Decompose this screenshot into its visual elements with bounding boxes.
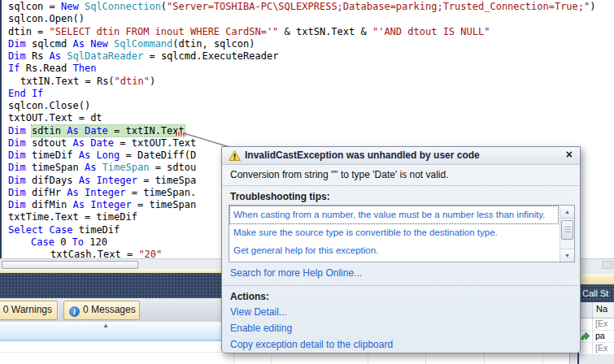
messages-toggle-button[interactable]: i0 Messages [63,301,140,320]
code-token: Rs [32,50,50,62]
call-stack-row[interactable]: pa [579,331,614,343]
code-token: txtTime.Text = timeDif [8,211,137,223]
code-line[interactable]: Dim sdtin As Date = txtIN.Text [0,125,614,137]
info-icon: i [69,306,80,317]
code-token: txtCash.Text = [50,249,138,258]
action-link[interactable]: Enable editing [230,320,393,336]
code-token: txtOUT.Text = dt [8,112,102,124]
code-line[interactable]: Dim Rs As SqlDataReader = sqlcmd.Execute… [0,50,614,63]
code-line[interactable]: If Rs.Read Then [0,63,614,75]
code-token: End If [8,88,43,99]
code-token: Dim [8,199,32,210]
actions-label: Actions: [230,291,269,302]
messages-button-label: 0 Messages [83,304,136,315]
search-help-online-link[interactable]: Search for more Help Online... [230,267,362,279]
frame-name: [Ex [593,343,607,354]
code-token: "Server=TOSHIBA-PC\SQLEXPRESS;Database=p… [167,1,590,12]
warnings-toggle-button[interactable]: 0 Warnings [0,301,58,320]
tips-scrollbar[interactable]: ▲ ▼ [560,206,574,262]
code-token: As Integer [67,187,125,198]
call-stack-titlebar[interactable]: Call St [579,284,614,302]
code-token: As Integer [72,199,131,210]
code-token: (dtin, sqlcon) [172,38,255,50]
code-line[interactable]: Dim sqlcmd As New SqlCommand(dtin, sqlco… [0,38,614,50]
call-stack-row[interactable]: [Ex [579,343,614,355]
code-token: TimeSpan [102,162,150,173]
code-token: As Date [67,125,108,136]
actions-list: View Detail...Enable editingCopy excepti… [230,304,393,353]
current-frame-arrow-icon [580,332,590,340]
code-token: As [50,50,67,62]
current-statement-highlight: sdtin As Date = txtIN.Text [32,125,185,136]
ide-window: sqlcon = New SqlConnection("Server=TOSHI… [0,0,614,364]
code-token: SqlDataReader [67,50,143,62]
code-token: Dim [8,150,32,161]
code-token: Dim [8,125,32,136]
code-token: Dim [8,38,32,50]
call-stack-row[interactable]: [Ex [579,318,614,331]
troubleshooting-tips-label: Troubleshooting tips: [230,191,330,202]
code-token: ( [161,1,167,12]
code-line[interactable]: sqlcon.Open() [0,13,614,25]
call-stack-title: Call St [582,288,608,298]
code-token: = sdtou [149,162,196,173]
code-token: Case [31,236,60,248]
dialog-title: InvalidCastException was unhandled by us… [245,150,480,161]
code-token: ) [150,76,155,87]
code-token: If [8,63,26,74]
code-token: sqlcon = [8,1,61,12]
code-token: As [85,162,102,173]
code-token: SqlCommand [114,38,172,50]
scroll-down-icon[interactable]: ▼ [560,249,574,262]
code-token: Then [72,63,96,74]
frame-name: pa [593,331,605,342]
toolbar-separator [57,301,58,318]
code-token: As Date [72,137,114,149]
code-line[interactable]: txtIN.Text = Rs("dtin") [0,76,614,88]
code-token: "dtin" [115,76,150,87]
code-token: sdtin [32,125,67,136]
hscrollbar-right-button[interactable] [602,261,613,269]
grid-column-line [484,353,485,364]
call-stack-name-column-label: Na [596,304,607,314]
tip-link[interactable]: Make sure the source type is convertible… [230,224,558,241]
code-token: & txtSN.Text & [278,26,372,37]
exception-assistant-dialog: InvalidCastException was unhandled by us… [221,146,581,353]
code-line[interactable]: txtOUT.Text = dt [0,112,614,124]
action-link[interactable]: Copy exception detail to the clipboard [230,336,393,353]
code-token: "'AND dtout IS NULL" [372,26,490,37]
code-token: Dim [8,187,32,198]
code-token: New [61,1,85,12]
code-token: dtin = [8,26,50,37]
code-line[interactable]: sqlcon.Close() [0,100,614,112]
call-stack-rows: [Expa[Ex [579,318,614,355]
close-icon[interactable]: × [566,148,573,161]
code-token: sdtout [32,137,73,149]
grid-column-line [542,353,543,364]
editor-left-border [0,0,2,269]
thumb-grip-icon [564,227,571,232]
code-token: Dim [8,137,32,149]
scroll-up-icon[interactable]: ▲ [560,206,574,219]
dialog-titlebar: InvalidCastException was unhandled by us… [222,147,580,165]
code-line[interactable]: dtin = "SELECT dtin FROM inout WHERE Car… [0,26,614,38]
call-stack-column-header[interactable]: Na [579,302,614,318]
action-link[interactable]: View Detail... [230,304,393,320]
frame-icon-cell [579,318,593,330]
code-token: To [72,236,90,248]
tip-link[interactable]: Get general help for this exception. [230,242,558,259]
code-token: Select Case [8,224,79,236]
code-line[interactable]: End If [0,88,614,100]
frame-icon-cell [579,343,593,354]
grid-column-line [425,353,426,364]
code-line[interactable]: sqlcon = New SqlConnection("Server=TOSHI… [0,1,614,13]
warning-icon [229,150,241,161]
call-stack-icon-column [579,302,593,318]
hscrollbar-thumb[interactable] [2,261,138,269]
code-token: 120 [89,236,107,248]
tips-scrollbar-thumb[interactable] [561,220,573,240]
tip-link[interactable]: When casting from a number, the value mu… [230,206,558,223]
grid-column-line [271,353,272,364]
exception-message: Conversion from string "" to type 'Date'… [230,169,449,180]
code-token: = timeSpan. [126,187,197,198]
